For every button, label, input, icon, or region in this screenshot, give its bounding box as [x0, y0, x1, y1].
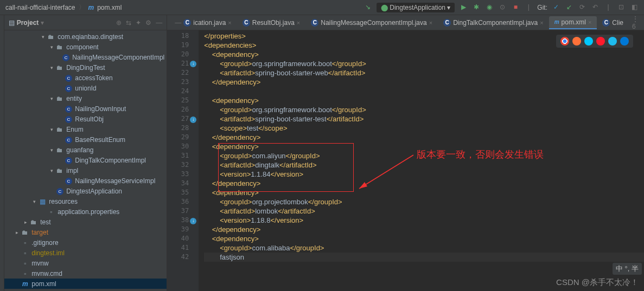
editor-tab[interactable]: CClie: [597, 16, 629, 29]
editor-tab[interactable]: CNailingMessageComponentImpl.java×: [305, 16, 438, 29]
code-line[interactable]: <dependency>: [204, 188, 644, 197]
breadcrumb[interactable]: call-nail-official-interface 〉 m pom.xml: [0, 3, 127, 12]
close-icon[interactable]: ×: [588, 19, 591, 25]
tree-row[interactable]: ▾🖿Enum: [4, 124, 167, 134]
code-line[interactable]: <groupId>com.alibaba</groupId>: [204, 243, 644, 253]
expand-icon[interactable]: ⇆: [126, 19, 131, 27]
line-number[interactable]: 23: [167, 77, 189, 87]
code-editor[interactable]: </properties><dependencies> <dependency>…: [199, 30, 644, 291]
code-line[interactable]: <groupId>org.projectlombok</groupId>: [204, 197, 644, 206]
coverage-icon[interactable]: ◉: [485, 3, 494, 12]
tree-row[interactable]: ▾▦resources: [4, 196, 167, 206]
safari-icon[interactable]: [584, 37, 593, 46]
code-line[interactable]: </dependency>: [204, 225, 644, 234]
line-number[interactable]: 33: [167, 170, 189, 179]
line-number[interactable]: 38: [167, 216, 189, 225]
line-number[interactable]: 31: [167, 151, 189, 160]
line-number[interactable]: 18: [167, 31, 189, 41]
structure-icon[interactable]: ◧: [630, 3, 639, 12]
line-number[interactable]: 37: [167, 206, 189, 216]
line-number[interactable]: 30: [167, 142, 189, 151]
tree-arrow-icon[interactable]: ▾: [48, 44, 55, 50]
tree-row[interactable]: ▫.gitignore: [4, 237, 167, 248]
line-number[interactable]: 32: [167, 160, 189, 170]
line-number[interactable]: 25: [167, 96, 189, 105]
code-line[interactable]: <dependency>: [204, 234, 644, 243]
tree-arrow-icon[interactable]: ▾: [48, 96, 55, 101]
editor-tabs[interactable]: — Cication.java×CResultObj.java×CNailing…: [167, 15, 644, 30]
tree-arrow-icon[interactable]: ▾: [39, 34, 47, 40]
input-method-indicator[interactable]: 中 °, 半: [613, 263, 642, 275]
tree-arrow-icon[interactable]: ▾: [48, 65, 55, 70]
tree-row[interactable]: CDingtestApplication: [4, 186, 167, 196]
gutter-mark-icon[interactable]: ↓: [190, 61, 196, 67]
stop-icon[interactable]: ■: [511, 3, 520, 12]
line-number[interactable]: 21: [167, 59, 189, 68]
gutter-mark-icon[interactable]: ↓: [190, 117, 196, 123]
code-line[interactable]: <dependency>: [204, 50, 644, 59]
code-line[interactable]: <groupId>com.aliyun</groupId>: [204, 151, 644, 160]
tree-row[interactable]: ▾🖿DingDingTest: [4, 62, 167, 73]
code-line[interactable]: <artifactId>spring-boot-starter-web</art…: [204, 68, 644, 77]
code-line[interactable]: </dependency>: [204, 77, 644, 87]
tree-arrow-icon[interactable]: ▾: [48, 168, 55, 173]
opera-icon[interactable]: [596, 37, 605, 46]
line-number[interactable]: 20: [167, 50, 189, 59]
tree-arrow-icon[interactable]: ▾: [30, 199, 38, 204]
tree-row[interactable]: ▾🖿com.eqianbao.dingtest: [4, 31, 167, 42]
hammer-icon[interactable]: ↘: [364, 3, 372, 12]
tree-row[interactable]: ▫mvnw: [4, 258, 167, 268]
tree-row[interactable]: CNailingMessageServiceImpl: [4, 176, 167, 186]
line-number[interactable]: 27: [167, 114, 189, 124]
tree-arrow-icon[interactable]: ▸: [22, 219, 29, 225]
tree-row[interactable]: ▫mvnw.cmd: [4, 268, 167, 279]
tree-row[interactable]: CDingTalkComponentImpl: [4, 155, 167, 165]
line-number[interactable]: 29: [167, 133, 189, 142]
edge-icon[interactable]: [620, 37, 629, 46]
line-number[interactable]: 36: [167, 197, 189, 206]
collapse-icon[interactable]: ✦: [136, 19, 141, 27]
line-number[interactable]: 39: [167, 225, 189, 234]
code-line[interactable]: <artifactId>lombok</artifactId>: [204, 206, 644, 216]
ie-icon[interactable]: [608, 37, 617, 46]
run-config-selector[interactable]: ⬤ DingtestApplication ▾: [377, 3, 455, 12]
tree-row[interactable]: CBaseResultEnum: [4, 134, 167, 145]
code-line[interactable]: <artifactId>dingtalk</artifactId>: [204, 160, 644, 170]
close-icon[interactable]: ×: [297, 20, 300, 26]
git-revert-icon[interactable]: ↶: [591, 3, 600, 12]
code-line[interactable]: <version>1.1.84</version>: [204, 170, 644, 179]
code-line[interactable]: </dependency>: [204, 133, 644, 142]
code-line[interactable]: <groupId>org.springframework.boot</group…: [204, 105, 644, 114]
tree-row[interactable]: ▸🖿test: [4, 217, 167, 227]
close-icon[interactable]: ×: [429, 20, 432, 26]
project-tree[interactable]: ▾🖿com.eqianbao.dingtest▾🖿componentCNaili…: [4, 30, 167, 291]
line-number[interactable]: 42: [167, 253, 189, 262]
editor-tab[interactable]: CDingTalkComponentImpl.java×: [438, 16, 549, 29]
code-line[interactable]: <dependency>: [204, 96, 644, 105]
close-icon[interactable]: ×: [540, 20, 543, 26]
editor-tab[interactable]: — Cication.java×: [169, 16, 237, 29]
run-icon[interactable]: ▶: [459, 3, 468, 12]
tree-row[interactable]: CunionId: [4, 83, 167, 93]
git-commit-icon[interactable]: ↙: [565, 3, 573, 12]
gear-icon[interactable]: ⚙: [145, 19, 151, 27]
tree-arrow-icon[interactable]: ▾: [48, 147, 55, 153]
code-line[interactable]: <scope>test</scope>: [204, 124, 644, 133]
code-line[interactable]: </dependency>: [204, 179, 644, 188]
code-line[interactable]: <groupId>org.springframework.boot</group…: [204, 59, 644, 68]
tree-row[interactable]: ▾🖿entity: [4, 93, 167, 104]
left-tool-stripe[interactable]: [0, 15, 4, 291]
code-line[interactable]: <dependency>: [204, 142, 644, 151]
tree-row[interactable]: CResultObj: [4, 114, 167, 124]
breadcrumb-seg2[interactable]: pom.xml: [97, 4, 122, 11]
line-number[interactable]: 19: [167, 41, 189, 50]
line-number[interactable]: 28: [167, 124, 189, 133]
git-history-icon[interactable]: ⟳: [578, 3, 586, 12]
select-target-icon[interactable]: ⊕: [116, 19, 122, 27]
tree-row[interactable]: ▸⊪External Libraries: [4, 289, 167, 291]
tree-row[interactable]: ▾🖿component: [4, 42, 167, 52]
git-update-icon[interactable]: ✓: [552, 3, 560, 12]
tree-row[interactable]: mpom.xml: [4, 279, 167, 289]
breadcrumb-seg1[interactable]: call-nail-official-interface: [5, 4, 75, 11]
gutter-mark-icon[interactable]: ↓: [190, 218, 196, 224]
